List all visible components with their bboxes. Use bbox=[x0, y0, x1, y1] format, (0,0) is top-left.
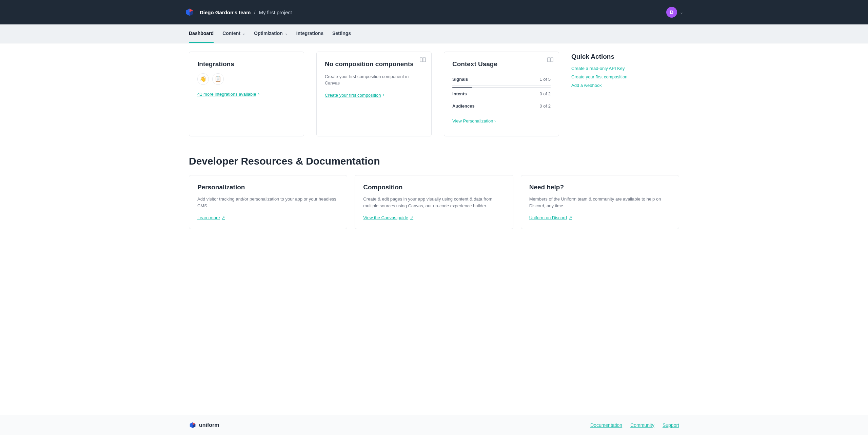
avatar[interactable]: D bbox=[666, 7, 677, 18]
resource-desc: Members of the Uniform team & community … bbox=[529, 196, 671, 209]
resource-link[interactable]: Uniform on Discord ↗ bbox=[529, 215, 572, 220]
link-text: View the Canvas guide bbox=[363, 215, 408, 220]
resource-card: CompositionCreate & edit pages in your a… bbox=[355, 175, 513, 229]
logo-icon bbox=[185, 7, 194, 17]
create-composition-link[interactable]: Create your first composition › bbox=[325, 93, 384, 98]
quick-actions-title: Quick Actions bbox=[571, 53, 627, 60]
nav-dashboard[interactable]: Dashboard bbox=[189, 24, 214, 43]
resource-desc: Create & edit pages in your app visually… bbox=[363, 196, 505, 209]
quick-actions: Quick Actions Create a read-only API Key… bbox=[571, 52, 627, 91]
link-text: Create your first composition bbox=[325, 93, 381, 98]
quick-action-link[interactable]: Create a read-only API Key bbox=[571, 66, 627, 71]
quick-action-link[interactable]: Create your first composition bbox=[571, 74, 627, 79]
chevron-down-icon: ⌄ bbox=[680, 10, 683, 15]
usage-value: 0 of 2 bbox=[539, 103, 551, 109]
external-link-icon: ↗ bbox=[410, 215, 413, 220]
nav-label: Optimization bbox=[254, 31, 283, 36]
navbar: DashboardContent⌄Optimization⌄Integratio… bbox=[0, 24, 868, 43]
view-personalization-link[interactable]: View Personalization › bbox=[452, 118, 551, 124]
resources-title: Developer Resources & Documentation bbox=[189, 155, 679, 167]
usage-label: Signals bbox=[452, 77, 468, 82]
nav-label: Integrations bbox=[296, 31, 323, 36]
external-link-icon: ↗ bbox=[222, 215, 225, 220]
nav-label: Dashboard bbox=[189, 31, 214, 36]
docs-icon[interactable] bbox=[547, 57, 553, 63]
card-context-usage: Context Usage Signals1 of 5Intents0 of 2… bbox=[444, 52, 559, 136]
nav-integrations[interactable]: Integrations bbox=[296, 24, 323, 43]
chevron-down-icon: ⌄ bbox=[285, 32, 288, 35]
usage-row-signals: Signals1 of 5 bbox=[452, 73, 551, 86]
usage-value: 1 of 5 bbox=[539, 77, 551, 82]
docs-icon[interactable] bbox=[420, 57, 426, 63]
nav-optimization[interactable]: Optimization⌄ bbox=[254, 24, 288, 43]
card-title: Context Usage bbox=[452, 60, 551, 69]
nav-content[interactable]: Content⌄ bbox=[222, 24, 245, 43]
card-title: Integrations bbox=[197, 60, 296, 69]
usage-label: Intents bbox=[452, 91, 467, 96]
resource-desc: Add visitor tracking and/or personalizat… bbox=[197, 196, 339, 209]
chevron-right-icon: › bbox=[494, 119, 496, 124]
resource-title: Composition bbox=[363, 184, 505, 191]
card-desc: Create your first composition component … bbox=[325, 73, 423, 87]
resource-card: Need help?Members of the Uniform team & … bbox=[521, 175, 679, 229]
svg-rect-5 bbox=[548, 58, 550, 62]
usage-row-audiences: Audiences0 of 2 bbox=[452, 100, 551, 112]
nav-settings[interactable]: Settings bbox=[332, 24, 351, 43]
card-integrations: Integrations 👋 📋 41 more integrations av… bbox=[189, 52, 304, 136]
usage-label: Audiences bbox=[452, 103, 475, 109]
chevron-right-icon: › bbox=[383, 93, 384, 97]
link-text: Uniform on Discord bbox=[529, 215, 567, 220]
usage-value: 0 of 2 bbox=[539, 91, 551, 96]
svg-rect-4 bbox=[423, 58, 426, 62]
topbar: Diego Gardon's team / My first project D… bbox=[0, 0, 868, 24]
link-text: 41 more integrations available bbox=[197, 92, 256, 97]
resource-card: PersonalizationAdd visitor tracking and/… bbox=[189, 175, 347, 229]
team-name[interactable]: Diego Gardon's team bbox=[200, 10, 251, 15]
integrations-more-link[interactable]: 41 more integrations available › bbox=[197, 92, 259, 97]
link-text: Learn more bbox=[197, 215, 220, 220]
resource-link[interactable]: View the Canvas guide ↗ bbox=[363, 215, 413, 220]
breadcrumb-sep: / bbox=[254, 10, 255, 15]
resource-title: Need help? bbox=[529, 184, 671, 191]
integration-icon-1[interactable]: 👋 bbox=[197, 73, 209, 85]
main-content: Integrations 👋 📋 41 more integrations av… bbox=[185, 43, 683, 249]
project-name[interactable]: My first project bbox=[259, 10, 292, 15]
integration-icon-2[interactable]: 📋 bbox=[212, 73, 224, 85]
chevron-down-icon: ⌄ bbox=[242, 32, 245, 35]
svg-rect-3 bbox=[420, 58, 423, 62]
usage-row-intents: Intents0 of 2 bbox=[452, 88, 551, 100]
link-text: View Personalization bbox=[452, 118, 493, 124]
svg-rect-6 bbox=[551, 58, 553, 62]
nav-label: Content bbox=[222, 31, 240, 36]
resource-link[interactable]: Learn more ↗ bbox=[197, 215, 225, 220]
nav-label: Settings bbox=[332, 31, 351, 36]
card-composition: No composition components Create your fi… bbox=[316, 52, 432, 136]
quick-action-link[interactable]: Add a webhook bbox=[571, 83, 627, 88]
resource-title: Personalization bbox=[197, 184, 339, 191]
breadcrumb: Diego Gardon's team / My first project bbox=[200, 10, 292, 15]
user-menu[interactable]: D ⌄ bbox=[666, 7, 683, 18]
card-title: No composition components bbox=[325, 60, 423, 69]
chevron-right-icon: › bbox=[258, 92, 259, 96]
external-link-icon: ↗ bbox=[569, 215, 572, 220]
